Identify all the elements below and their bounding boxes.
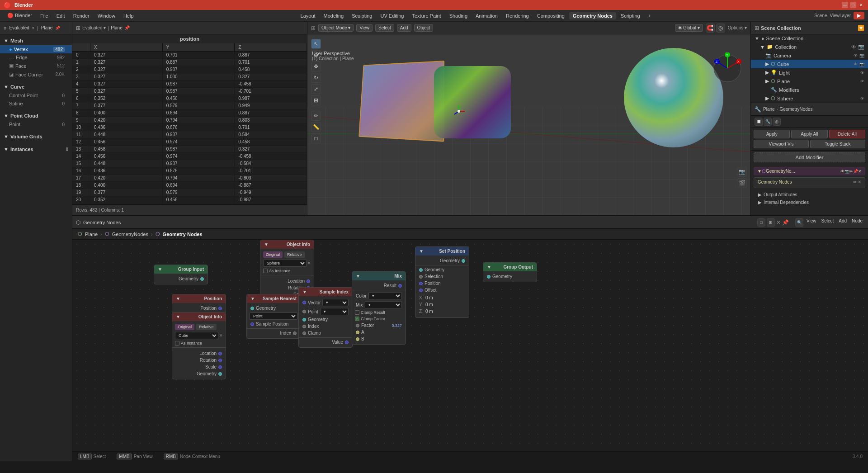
location-socket[interactable] [218, 352, 222, 355]
annotate-tool[interactable]: ✏ [311, 111, 321, 121]
menu-file[interactable]: File [37, 12, 52, 19]
internal-deps-item[interactable]: ▶ Internal Dependencies [755, 199, 864, 206]
sidebar-item-face-corner[interactable]: ◪ Face Corner 2.0K [0, 70, 72, 79]
outliner-filter-icon[interactable]: 🔽 [858, 25, 864, 31]
node-group-output[interactable]: ▼ Group Output Geometry [483, 262, 537, 282]
position-output-socket[interactable] [218, 307, 222, 310]
scale-socket[interactable] [218, 365, 222, 369]
go-geom-in-socket[interactable] [487, 275, 491, 279]
render-mode-icon[interactable]: 🎬 [737, 178, 747, 188]
node-group-input[interactable]: ▼ Group Input Geometry [154, 265, 208, 284]
si-geom-socket[interactable] [302, 318, 306, 322]
object-mode-button[interactable]: Object Mode ▾ [318, 24, 354, 32]
obj-object-select[interactable]: Cube [175, 332, 218, 339]
node-canvas[interactable]: ▼ Group Input Geometry ▼ Position [72, 240, 868, 451]
menu-rendering[interactable]: Rendering [502, 12, 533, 19]
geometry-socket[interactable] [218, 372, 222, 376]
proportional-icon[interactable]: ◎ [716, 24, 725, 33]
props-icon-1[interactable]: 🔲 [755, 118, 763, 126]
node-header-btn2[interactable]: ⊞ [767, 218, 775, 227]
mix-b-in[interactable] [356, 337, 359, 341]
add-cube-tool[interactable]: □ [311, 133, 321, 143]
sidebar-item-point[interactable]: Point 0 [0, 120, 72, 128]
camera-eye-icon[interactable]: 👁 [854, 53, 858, 58]
close-button[interactable]: ✕ [858, 2, 864, 8]
menu-compositing[interactable]: Compositing [533, 12, 568, 19]
sp-geom-out-socket[interactable] [462, 259, 465, 263]
menu-render[interactable]: Render [70, 12, 93, 19]
menu-help[interactable]: Help [120, 12, 137, 19]
outliner-plane[interactable]: ▶ ⬡ Plane 👁 [751, 77, 868, 85]
mesh-header[interactable]: ▼ Mesh [0, 36, 72, 45]
node-select-btn[interactable]: Select [820, 218, 836, 227]
clamp-result-checkbox[interactable] [355, 310, 359, 315]
measure-tool[interactable]: 📏 [311, 122, 321, 132]
node-set-position[interactable]: ▼ Set Position Geometry Geometry [415, 246, 469, 318]
rotation-socket[interactable] [218, 359, 222, 362]
move-tool[interactable]: ✥ [311, 61, 321, 71]
render-icon[interactable]: 📷 [858, 44, 864, 50]
menu-add-workspace[interactable]: + [645, 12, 655, 19]
rotate-tool[interactable]: ↻ [311, 73, 321, 83]
outliner-cube[interactable]: ▶ ⬡ Cube 👁 📷 [751, 60, 868, 68]
node-object-info-1[interactable]: ▼ Object Info Original Relative Cube ✕ [172, 312, 226, 379]
outliner-scene-collection[interactable]: ▼ ● Scene Collection [751, 34, 868, 43]
snap-icon[interactable]: 🧲 [706, 24, 715, 33]
node-position[interactable]: ▼ Position Position [172, 294, 226, 314]
geonodes-modifier-header[interactable]: ▼ ⬡ GeometryNo... 👁 📷 ✏ 📌 ✕ [754, 167, 865, 175]
sn-pos-socket[interactable] [250, 322, 254, 326]
view-menu-button[interactable]: View [356, 24, 373, 32]
location-socket2[interactable] [307, 279, 310, 283]
menu-modeling[interactable]: Modeling [320, 12, 348, 19]
node-sample-index[interactable]: ▼ Sample Index Vector ▾ [298, 287, 353, 348]
geonodes-editmode-icon[interactable]: ✏ [849, 169, 853, 174]
render-button[interactable]: ▶ [854, 12, 864, 19]
instances-header[interactable]: ▼ Instances 0 [0, 145, 72, 154]
geonodes-edit-icon[interactable]: ✏ [853, 180, 857, 184]
navigation-gizmo[interactable]: X Y Z [712, 52, 743, 84]
geonodes-x-icon[interactable]: ✕ [858, 180, 861, 184]
sp-pos-socket[interactable] [419, 282, 423, 285]
clamp-factor-checkbox[interactable]: ✓ [355, 317, 359, 321]
obj2-select[interactable]: Sphere [263, 260, 307, 267]
sidebar-item-face[interactable]: ▣ Face 512 [0, 61, 72, 70]
as-instance-checkbox2[interactable] [263, 269, 268, 273]
point-cloud-header[interactable]: ▼ Point Cloud [0, 111, 72, 120]
toggle-stack-button[interactable]: Toggle Stack [810, 140, 865, 148]
sp-geom-in-socket[interactable] [419, 268, 423, 272]
menu-scripting[interactable]: Scripting [617, 12, 644, 19]
geometry-output-socket[interactable] [200, 277, 204, 281]
transform-tool[interactable]: ⊞ [311, 95, 321, 105]
geonodes-close-icon[interactable]: ✕ [858, 169, 862, 174]
maximize-button[interactable]: □ [850, 2, 856, 8]
menu-texture-paint[interactable]: Texture Paint [408, 12, 444, 19]
mix-a-in[interactable] [356, 331, 359, 334]
node-header-close[interactable]: ✕ [776, 219, 781, 226]
outliner-sphere[interactable]: ▶ ⬡ Sphere 👁 [751, 94, 868, 103]
delete-all-button[interactable]: Delete All [829, 130, 865, 138]
outliner-camera[interactable]: 📷 Camera 👁 📷 [751, 51, 868, 60]
collapse-icon[interactable]: ▼ [158, 267, 162, 272]
menu-edit[interactable]: Edit [53, 12, 69, 19]
volume-grids-header[interactable]: ▼ Volume Grids [0, 132, 72, 141]
apply-all-button[interactable]: Apply All [791, 130, 827, 138]
menu-window[interactable]: Window [94, 12, 119, 19]
breadcrumb-geonodes[interactable]: GeometryNodes [112, 232, 148, 237]
sp-off-socket[interactable] [419, 289, 423, 292]
si-point-socket[interactable] [302, 310, 306, 313]
apply-button[interactable]: Apply [754, 130, 790, 138]
geonodes-render-icon[interactable]: 📷 [844, 169, 849, 174]
as-instance-checkbox[interactable] [175, 341, 179, 345]
si-clamp-socket[interactable] [302, 331, 306, 335]
mix-factor-in[interactable] [356, 324, 359, 327]
menu-shading[interactable]: Shading [446, 12, 471, 19]
sn-geom-in-socket[interactable] [250, 307, 254, 310]
outliner-collection[interactable]: ▼ 📁 Collection 👁 📷 [751, 43, 868, 51]
breadcrumb-geometry-nodes[interactable]: Geometry Nodes [163, 232, 203, 237]
original-tab[interactable]: Original [175, 324, 194, 330]
eye-icon[interactable]: 👁 [851, 44, 856, 50]
relative-tab2[interactable]: Relative [284, 251, 305, 258]
si-value-socket[interactable] [345, 341, 349, 344]
si-vector-socket[interactable] [302, 301, 306, 304]
obj-x-icon[interactable]: ✕ [219, 333, 223, 338]
